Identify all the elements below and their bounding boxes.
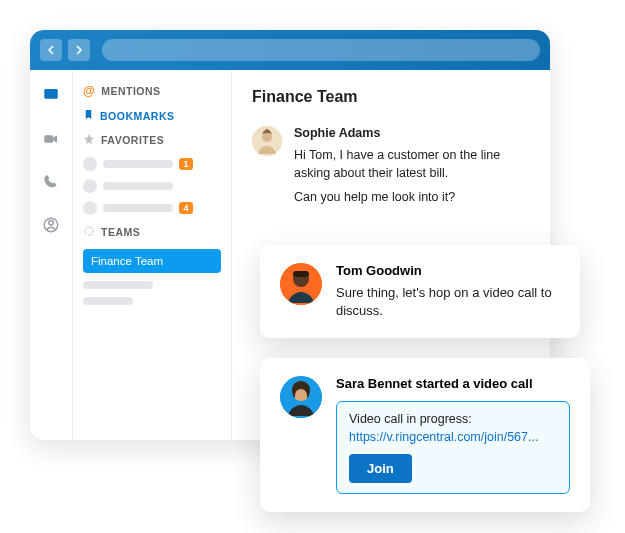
- team-item-selected[interactable]: Finance Team: [83, 249, 221, 273]
- reply-author: Tom Goodwin: [336, 263, 560, 278]
- bookmark-icon: [83, 108, 94, 123]
- sidebar-favorites-header[interactable]: FAVORITES: [83, 133, 221, 147]
- avatar: [252, 126, 282, 156]
- call-progress-label: Video call in progress:: [349, 412, 557, 426]
- avatar: [280, 376, 322, 418]
- teams-label: TEAMS: [101, 226, 140, 238]
- favorites-label: FAVORITES: [101, 134, 164, 146]
- avatar: [280, 263, 322, 305]
- svg-point-4: [85, 227, 93, 235]
- sidebar-mentions[interactable]: @ MENTIONS: [83, 84, 221, 98]
- nav-forward-button[interactable]: [68, 39, 90, 61]
- app-iconbar: [30, 70, 72, 440]
- reply-card: Tom Goodwin Sure thing, let's hop on a v…: [260, 245, 580, 338]
- star-icon: [83, 133, 95, 147]
- text-placeholder: [103, 204, 173, 212]
- text-placeholder: [103, 182, 173, 190]
- text-placeholder: [83, 297, 133, 305]
- titlebar: [30, 30, 550, 70]
- sidebar: @ MENTIONS BOOKMARKS FAVORITES 1: [72, 70, 232, 440]
- message-line: Can you help me look into it?: [294, 188, 514, 206]
- avatar-placeholder: [83, 179, 97, 193]
- address-bar[interactable]: [102, 39, 540, 61]
- sidebar-bookmarks[interactable]: BOOKMARKS: [83, 108, 221, 123]
- chat-message: Sophie Adams Hi Tom, I have a customer o…: [252, 126, 530, 212]
- mentions-icon: @: [83, 84, 95, 98]
- join-button[interactable]: Join: [349, 454, 412, 483]
- nav-back-button[interactable]: [40, 39, 62, 61]
- unread-badge: 4: [179, 202, 193, 214]
- text-placeholder: [103, 160, 173, 168]
- video-icon[interactable]: [42, 130, 60, 152]
- call-header: Sara Bennet started a video call: [336, 376, 570, 391]
- message-line: Hi Tom, I have a customer on the line as…: [294, 146, 514, 182]
- svg-point-3: [49, 221, 54, 226]
- video-call-card: Sara Bennet started a video call Video c…: [260, 358, 590, 512]
- svg-rect-1: [44, 135, 53, 143]
- reply-text: Sure thing, let's hop on a video call to…: [336, 284, 560, 320]
- chat-title: Finance Team: [252, 88, 530, 106]
- unread-badge: 1: [179, 158, 193, 170]
- avatar-placeholder: [83, 157, 97, 171]
- teams-icon: [83, 225, 95, 239]
- call-body: Sara Bennet started a video call Video c…: [336, 376, 570, 494]
- phone-icon[interactable]: [43, 174, 59, 194]
- sidebar-teams-header[interactable]: TEAMS: [83, 225, 221, 239]
- favorite-item[interactable]: [83, 179, 221, 193]
- favorite-item[interactable]: 1: [83, 157, 221, 171]
- team-item[interactable]: [83, 281, 221, 289]
- message-author: Sophie Adams: [294, 126, 514, 140]
- avatar-placeholder: [83, 201, 97, 215]
- favorite-item[interactable]: 4: [83, 201, 221, 215]
- svg-point-6: [262, 132, 272, 142]
- call-box: Video call in progress: https://v.ringce…: [336, 401, 570, 494]
- call-url[interactable]: https://v.ringcentral.com/join/567...: [349, 430, 557, 444]
- team-item[interactable]: [83, 297, 221, 305]
- profile-icon[interactable]: [42, 216, 60, 238]
- svg-rect-0: [44, 89, 58, 99]
- svg-rect-9: [293, 271, 309, 277]
- text-placeholder: [83, 281, 153, 289]
- reply-body: Tom Goodwin Sure thing, let's hop on a v…: [336, 263, 560, 320]
- messages-icon[interactable]: [42, 86, 60, 108]
- bookmarks-label: BOOKMARKS: [100, 110, 175, 122]
- message-body: Sophie Adams Hi Tom, I have a customer o…: [294, 126, 514, 212]
- mentions-label: MENTIONS: [101, 85, 160, 97]
